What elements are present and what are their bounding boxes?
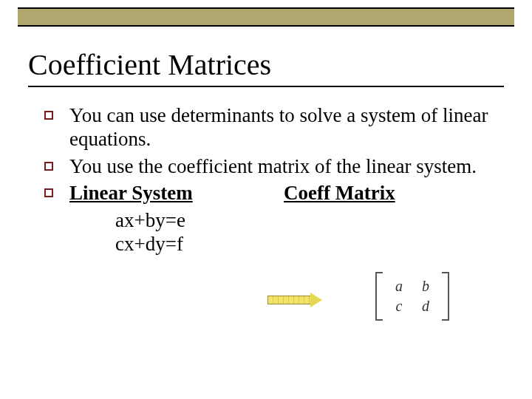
coeff-matrix-heading: Coeff Matrix (284, 181, 502, 205)
matrix-cell: b (412, 276, 439, 296)
matrix-grid: a b c d (386, 276, 439, 316)
slide-title: Coefficient Matrices (28, 47, 271, 82)
coefficient-matrix: a b c d (375, 272, 449, 321)
bullet-text: You can use determinants to solve a syst… (69, 103, 502, 151)
equation-line: ax+by=e (115, 208, 502, 232)
bullet-marker-icon (44, 188, 53, 197)
bullet-text: You use the coefficient matrix of the li… (69, 154, 477, 178)
linear-system-heading: Linear System (69, 181, 284, 205)
arrow-icon (267, 293, 327, 307)
matrix-cell: a (386, 276, 412, 296)
matrix-cell: c (386, 296, 412, 316)
bullet-marker-icon (44, 162, 53, 171)
bullet-item: Linear System Coeff Matrix (44, 181, 502, 205)
slide: Coefficient Matrices You can use determi… (0, 0, 532, 399)
bullet-item: You can use determinants to solve a syst… (44, 103, 502, 151)
equations-block: ax+by=e cx+dy=f (115, 208, 502, 256)
right-bracket-icon (442, 272, 449, 321)
matrix-cell: d (412, 296, 439, 316)
bullet-marker-icon (44, 111, 53, 120)
bullet-item: You use the coefficient matrix of the li… (44, 154, 502, 178)
decorative-band (18, 7, 514, 27)
content-area: You can use determinants to solve a syst… (44, 103, 502, 256)
left-bracket-icon (375, 272, 383, 321)
equation-line: cx+dy=f (115, 232, 502, 256)
column-headings: Linear System Coeff Matrix (69, 181, 502, 205)
title-underline (28, 86, 504, 87)
